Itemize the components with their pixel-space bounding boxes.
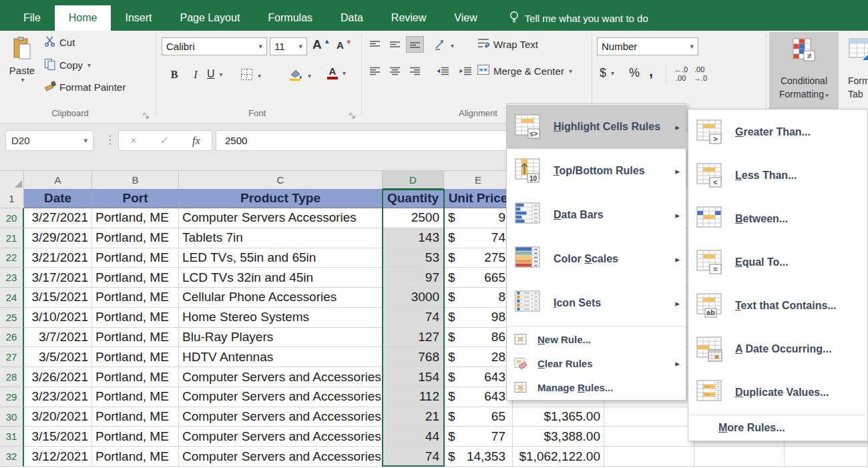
align-right-button[interactable] [406,63,424,79]
menu-item-more-rules[interactable]: More Rules... [688,416,867,440]
cell-product[interactable]: LCD TVs 32in and 45in [179,268,383,288]
cell-unit-price[interactable]: $643 [444,387,513,407]
cell-date[interactable]: 3/7/2021 [24,328,92,348]
cell-quantity[interactable]: 768 [383,347,444,367]
number-format-combo[interactable]: Number ▾ [597,37,698,55]
cut-button[interactable]: Cut [44,36,75,49]
tab-review[interactable]: Review [377,5,440,31]
cell-quantity[interactable]: 2500 [383,208,444,228]
conditional-formatting-button[interactable]: ≠ Conditional Formatting▾ [769,32,839,122]
cell-port[interactable]: Portland, ME [92,407,179,427]
accounting-format-button[interactable]: $ ▾ [600,66,614,80]
cell-port[interactable]: Portland, ME [92,447,179,467]
cell-product[interactable]: Computer Servers and Accessories [179,387,383,407]
decrease-decimal-button[interactable]: .00→.0 [692,64,709,85]
cell-quantity[interactable]: 44 [383,427,444,447]
header-cell[interactable]: Product Type [179,189,383,208]
menu-item-greater-than[interactable]: > Greater Than... [688,110,867,154]
cell-port[interactable]: Portland, ME [92,268,179,288]
font-size-combo[interactable]: 11 ▾ [270,37,307,55]
empty-cell[interactable] [604,407,694,427]
cell-date[interactable]: 3/5/2021 [24,347,92,367]
cell-unit-price[interactable]: $77 [444,427,513,447]
cell-unit-price[interactable]: $28 [444,347,513,367]
empty-cell[interactable] [604,447,694,467]
cell-port[interactable]: Portland, ME [92,288,179,308]
cell-date[interactable]: 3/29/2021 [24,228,92,248]
align-center-button[interactable] [386,63,404,79]
name-box[interactable]: D20 ▾ [5,130,93,151]
select-all-corner[interactable] [0,171,24,190]
cell-product[interactable]: Blu-Ray Players [179,328,383,348]
row-header[interactable]: 25 [0,308,24,328]
top-align-button[interactable] [366,36,384,53]
menu-item-duplicate-values[interactable]: Duplicate Values... [688,371,867,414]
cell-date[interactable]: 3/15/2021 [24,288,92,308]
header-cell[interactable]: Unit Price [444,189,513,208]
menu-item-top-bottom-rules[interactable]: 10 Top/Bottom Rules ▸ [507,149,686,193]
tab-data[interactable]: Data [327,5,377,31]
column-header-C[interactable]: C [179,171,383,190]
tab-formulas[interactable]: Formulas [254,5,327,31]
cell-date[interactable]: 3/23/2021 [24,387,92,407]
row-header[interactable]: 21 [0,228,24,248]
tab-insert[interactable]: Insert [111,5,166,31]
insert-function-icon[interactable]: fx [192,135,200,147]
clipboard-dialog-launcher-icon[interactable] [142,110,150,118]
comma-style-button[interactable]: , [649,63,653,80]
row-header[interactable]: 31 [0,427,24,447]
font-color-button[interactable]: A ▾ [327,67,346,79]
cell-unit-price[interactable]: $9 [444,208,513,228]
increase-decimal-button[interactable]: ←.0.00 [672,64,689,85]
underline-button[interactable]: U ▾ [207,68,223,80]
fill-color-button[interactable]: ▾ [288,68,311,83]
merge-center-button[interactable]: Merge & Center ▾ [477,64,572,77]
cell-unit-price[interactable]: $14,353 [444,447,513,467]
cell-product[interactable]: LED TVs, 55in and 65in [179,248,383,268]
cell-port[interactable]: Portland, ME [92,228,179,248]
cell-total[interactable]: $1,365.00 [513,407,604,427]
row-header[interactable]: 22 [0,248,24,268]
orientation-button[interactable]: ▾ [434,39,454,52]
empty-cell[interactable] [785,447,868,467]
cell-total[interactable]: $3,388.00 [513,427,604,447]
column-header-A[interactable]: A [24,171,92,190]
cell-unit-price[interactable]: $98 [444,308,513,328]
cell-date[interactable]: 3/27/2021 [24,208,92,228]
menu-item-manage-rules[interactable]: Manage Rules... [507,375,686,399]
menu-item-between[interactable]: Between... [688,197,867,240]
cell-date[interactable]: 3/26/2021 [24,367,92,387]
borders-button[interactable]: ▾ [240,68,261,83]
menu-item-less-than[interactable]: < Less Than... [688,154,867,197]
increase-font-size-button[interactable]: A▲ [312,37,331,52]
cell-product[interactable]: Computer Servers and Accessories [179,447,383,467]
tab-file[interactable]: File [9,5,55,31]
copy-button[interactable]: Copy ▾ [44,58,91,72]
cell-date[interactable]: 3/21/2021 [24,248,92,268]
cell-port[interactable]: Portland, ME [92,367,179,387]
cell-quantity[interactable]: 21 [383,407,444,427]
cell-date[interactable]: 3/12/2021 [24,447,92,467]
menu-item-a-date-occurring[interactable]: A Date Occurring... [688,327,867,371]
cell-port[interactable]: Portland, ME [92,347,179,367]
header-cell[interactable]: Quantity [383,189,444,208]
cell-product[interactable]: Home Stereo Systems [179,308,383,328]
menu-item-color-scales[interactable]: Color Scales ▸ [507,237,686,281]
cell-quantity[interactable]: 53 [383,248,444,268]
tell-me-box[interactable]: Tell me what you want to do [509,5,648,31]
cell-quantity[interactable]: 143 [383,228,444,248]
format-painter-button[interactable]: Format Painter [44,80,126,93]
menu-item-highlight-cells-rules[interactable]: ≤> Highlight Cells Rules ▸ [507,105,686,149]
format-as-table-button[interactable]: Form Tab [843,32,868,122]
cell-quantity[interactable]: 127 [383,328,444,348]
empty-cell[interactable] [604,427,694,447]
column-header-B[interactable]: B [92,171,179,190]
row-header[interactable]: 28 [0,367,24,387]
middle-align-button[interactable] [386,36,404,53]
cell-date[interactable]: 3/20/2021 [24,407,92,427]
column-header-D[interactable]: D [383,171,444,190]
menu-item-clear-rules[interactable]: Clear Rules ▸ [507,351,686,375]
row-header[interactable]: 23 [0,268,24,288]
italic-button[interactable]: I [186,65,206,84]
font-name-combo[interactable]: Calibri ▾ [162,37,267,55]
